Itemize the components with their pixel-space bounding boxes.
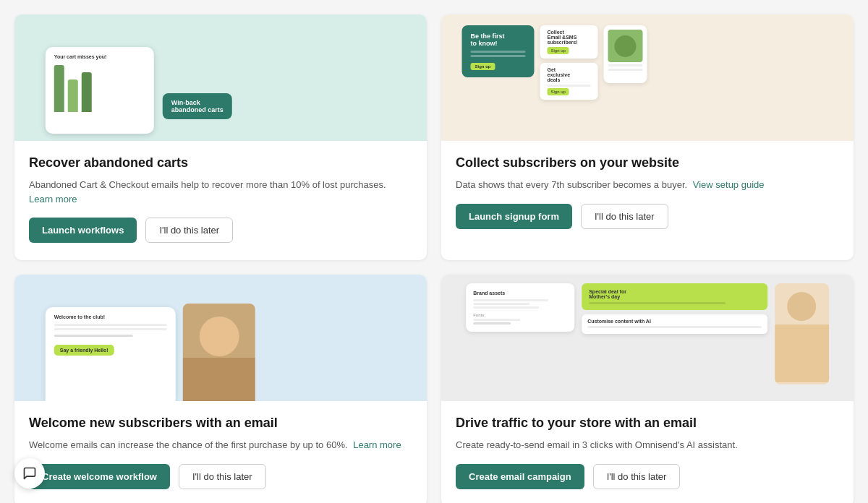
card-title-subscribers: Collect subscribers on your website [456,155,839,171]
card-desc-subscribers: Data shows that every 7th subscriber bec… [456,178,839,192]
card-body-traffic: Drive traffic to your store with an emai… [441,401,854,503]
learn-more-link-welcome[interactable]: Learn more [353,439,401,450]
do-later-button-abandoned[interactable]: I'll do this later [145,218,233,243]
card-drive-traffic: Brand assets Fonts: Special deal forMoth… [441,275,854,503]
setup-guide-link[interactable]: View setup guide [693,179,765,190]
card-image-abandoned: Your cart misses you! Win-backabandoned … [14,14,427,141]
card-desc-abandoned: Abandoned Cart & Checkout emails help to… [29,178,412,206]
card-body-welcome: Welcome new subscribers with an email We… [14,401,427,503]
cards-grid: Your cart misses you! Win-backabandoned … [14,14,854,503]
do-later-button-traffic[interactable]: I'll do this later [593,464,681,489]
card-abandoned-carts: Your cart misses you! Win-backabandoned … [14,14,427,260]
card-desc-traffic: Create ready-to-send email in 3 clicks w… [456,438,839,452]
card-actions-traffic: Create email campaign I'll do this later [456,464,839,489]
card-welcome-subscribers: Welcome to the club! Say a friendly Hell… [14,275,427,503]
chat-icon [22,466,37,481]
card-image-subscribers: Be the firstto know! Sign up CollectEmai… [441,14,854,141]
learn-more-link-abandoned[interactable]: Learn more [29,194,77,205]
launch-signup-form-button[interactable]: Launch signup form [456,204,572,229]
card-title-abandoned: Recover abandoned carts [29,155,412,171]
card-body-subscribers: Collect subscribers on your website Data… [441,141,854,246]
card-body-abandoned: Recover abandoned carts Abandoned Cart &… [14,141,427,260]
create-welcome-workflow-button[interactable]: Create welcome workflow [29,464,170,489]
card-image-welcome: Welcome to the club! Say a friendly Hell… [14,275,427,401]
card-actions-welcome: Create welcome workflow I'll do this lat… [29,464,412,489]
create-email-campaign-button[interactable]: Create email campaign [456,464,584,489]
card-image-traffic: Brand assets Fonts: Special deal forMoth… [441,275,854,401]
card-actions-subscribers: Launch signup form I'll do this later [456,204,839,229]
launch-workflows-button[interactable]: Launch workflows [29,218,137,243]
card-actions-abandoned: Launch workflows I'll do this later [29,218,412,243]
card-collect-subscribers: Be the firstto know! Sign up CollectEmai… [441,14,854,260]
card-title-traffic: Drive traffic to your store with an emai… [456,416,839,431]
do-later-button-subscribers[interactable]: I'll do this later [581,204,668,229]
card-title-welcome: Welcome new subscribers with an email [29,416,412,431]
card-desc-welcome: Welcome emails can increase the chance o… [29,438,412,452]
chat-fab-button[interactable] [14,458,45,489]
do-later-button-welcome[interactable]: I'll do this later [179,464,266,489]
